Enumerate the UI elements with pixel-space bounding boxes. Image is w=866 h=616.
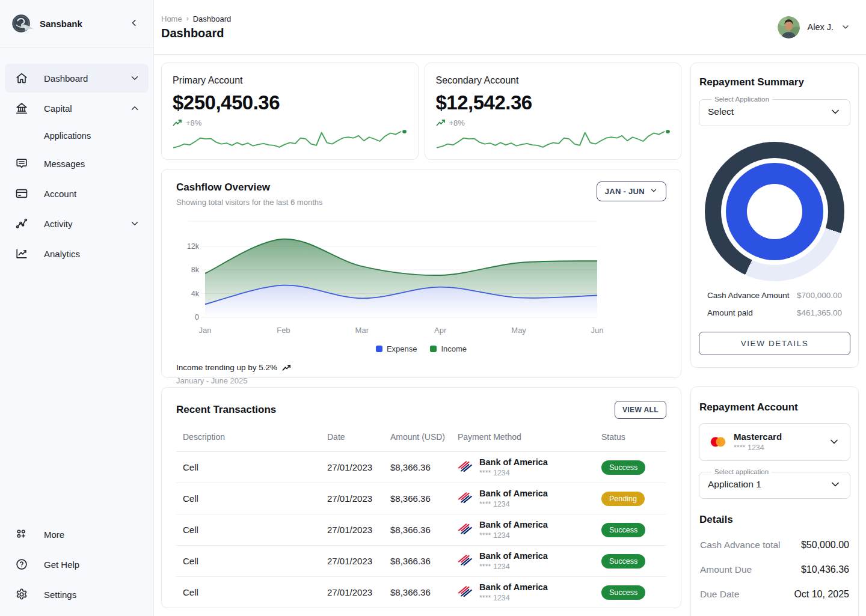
user-avatar	[778, 16, 800, 38]
bank-of-america-icon	[458, 523, 473, 535]
tx-card-last4: **** 1234	[479, 469, 548, 477]
tx-status-cell: Success	[601, 460, 666, 475]
legend-item-expense: Expense	[376, 344, 417, 353]
view-all-button[interactable]: VIEW ALL	[615, 401, 666, 419]
detail-label: Amount Due	[700, 564, 752, 575]
account-change-value: +8%	[186, 118, 201, 127]
detail-label: Cash Advance total	[700, 540, 781, 550]
sidebar-item-label: Settings	[44, 590, 76, 600]
status-badge: Success	[601, 585, 645, 600]
sidebar-item-applications[interactable]: Applications	[5, 124, 149, 148]
tx-payment-method-texts: Bank of America **** 1234	[479, 457, 548, 477]
dashboard-content: Primary Account $250,450.36 +8% Secondar…	[154, 55, 866, 616]
mastercard-icon	[708, 435, 728, 448]
home-icon	[15, 72, 28, 85]
cashflow-overview-card: Cashflow Overview Showing total visitors…	[161, 169, 681, 378]
card-last4: **** 1234	[734, 444, 782, 452]
detail-value: $50,000.00	[801, 540, 849, 550]
repayment-application-select[interactable]: Select application Application 1	[699, 468, 850, 499]
main-area: Home › Dashboard Dashboard	[154, 0, 866, 616]
chevron-down-icon	[829, 478, 841, 490]
sidebar-item-get-help[interactable]: Get Help	[5, 550, 149, 579]
repayment-application-select-label: Select application	[711, 468, 772, 475]
tx-card-last4: **** 1234	[479, 563, 548, 571]
chevron-down-icon	[129, 73, 140, 84]
legend-item-income: Income	[430, 344, 467, 353]
transactions-header: Recent Transactions VIEW ALL	[176, 401, 666, 419]
transactions-title: Recent Transactions	[176, 404, 276, 416]
sidebar-item-analytics[interactable]: Analytics	[5, 239, 149, 268]
sidebar-item-messages[interactable]: Messages	[5, 149, 149, 178]
application-select-value: Select	[708, 106, 734, 117]
tx-payment-method-texts: Bank of America **** 1234	[479, 520, 548, 540]
sidebar-spacer	[0, 274, 153, 519]
user-name: Alex J.	[807, 22, 834, 32]
status-badge: Success	[601, 523, 645, 537]
more-icon	[15, 528, 28, 541]
detail-value: Oct 10, 2025	[794, 589, 849, 600]
secondary-account-card: Secondary Account $12,542.36 +8%	[425, 63, 682, 160]
sidebar-item-settings[interactable]: Settings	[5, 580, 149, 609]
breadcrumb-home[interactable]: Home	[161, 14, 182, 23]
tx-description: Cell	[176, 587, 327, 597]
tx-bank-name: Bank of America	[479, 457, 548, 468]
sidebar-item-capital[interactable]: Capital	[5, 94, 149, 123]
svg-text:0: 0	[195, 313, 199, 322]
bank-of-america-icon	[458, 492, 473, 504]
payment-card-select[interactable]: Mastercard **** 1234	[699, 423, 850, 461]
sidebar-item-label: Get Help	[44, 560, 79, 570]
sidebar-item-label: Activity	[44, 219, 73, 229]
tx-date: 27/01/2023	[327, 556, 390, 566]
chevron-down-icon	[129, 218, 140, 229]
tx-payment-method: Bank of America **** 1234	[458, 489, 601, 508]
settings-icon	[15, 588, 28, 601]
primary-account-card: Primary Account $250,450.36 +8%	[161, 63, 419, 160]
transaction-row: Cell 27/01/2023 $8,366.36 Bank of Americ…	[176, 452, 666, 483]
repayment-summary-stats: Cash Advance Amount $700,000.00 Amount p…	[699, 291, 850, 317]
tx-payment-method: Bank of America **** 1234	[458, 551, 601, 571]
sidebar-item-more[interactable]: More	[5, 520, 149, 549]
sidebar-nav: Dashboard Capital Applications Messages …	[0, 48, 153, 274]
bank-icon	[15, 102, 28, 115]
repayment-application-select-row: Application 1	[708, 478, 841, 490]
message-icon	[15, 157, 28, 170]
column-header-amount: Amount (USD)	[390, 432, 458, 442]
tx-bank-name: Bank of America	[479, 551, 548, 561]
card-brand: Mastercard	[734, 432, 782, 442]
svg-text:Feb: Feb	[277, 326, 290, 335]
sidebar-item-account[interactable]: Account	[5, 179, 149, 208]
application-select[interactable]: Select Application Select	[699, 96, 850, 126]
transaction-row: Cell 27/01/2023 $8,366.36 Bank of Americ…	[176, 483, 666, 514]
account-change-value: +8%	[449, 118, 465, 127]
transaction-row: Cell 27/01/2023 $8,366.36 Bank of Americ…	[176, 514, 666, 546]
sidebar-item-label: Account	[44, 189, 76, 199]
bank-of-america-icon	[458, 586, 473, 598]
footnote-text: Income trending up by 5.2%	[176, 363, 277, 372]
tx-amount: $8,366.36	[390, 462, 458, 472]
tx-payment-method-texts: Bank of America **** 1234	[479, 551, 548, 571]
right-column: Repayment Summary Select Application Sel…	[690, 63, 859, 616]
status-badge: Pending	[601, 492, 645, 506]
date-range-dropdown[interactable]: JAN - JUN	[597, 181, 666, 201]
tx-status-cell: Success	[601, 523, 666, 537]
column-header-date: Date	[327, 432, 390, 442]
account-sparkline-chart	[173, 127, 407, 151]
chart-period-caption: January - June 2025	[176, 376, 666, 385]
detail-label: Due Date	[700, 589, 739, 600]
tx-bank-name: Bank of America	[479, 520, 548, 530]
income-swatch-icon	[430, 346, 437, 352]
cashflow-title: Cashflow Overview	[176, 181, 323, 194]
cashflow-header: Cashflow Overview Showing total visitors…	[176, 181, 666, 207]
stat-value: $700,000.00	[797, 291, 842, 300]
breadcrumb-current: Dashboard	[193, 14, 232, 23]
sidebar-item-activity[interactable]: Activity	[5, 209, 149, 238]
tx-bank-name: Bank of America	[479, 489, 548, 499]
svg-text:Jun: Jun	[591, 326, 604, 335]
user-menu[interactable]: Alex J.	[778, 16, 850, 38]
sidebar-item-label: Dashboard	[44, 73, 88, 84]
view-details-button[interactable]: VIEW DETAILS	[699, 332, 850, 355]
donut-hole	[747, 184, 802, 239]
sidebar-collapse-button[interactable]	[126, 16, 143, 32]
tx-description: Cell	[176, 493, 327, 504]
sidebar-item-dashboard[interactable]: Dashboard	[5, 64, 149, 93]
